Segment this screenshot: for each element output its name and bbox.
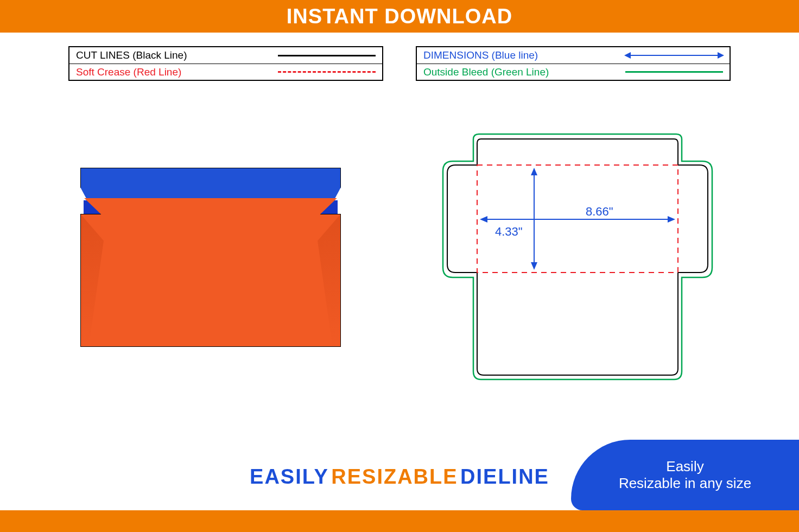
envelope-top-edge-icon xyxy=(80,198,341,214)
sample-cut-icon xyxy=(278,50,376,61)
legend-box-left: CUT LINES (Black Line) Soft Crease (Red … xyxy=(68,46,383,81)
svg-marker-6 xyxy=(668,216,675,223)
legend-bleed: Outside Bleed (Green Line) xyxy=(417,64,730,80)
swoosh-line1: Easily xyxy=(666,458,703,475)
legend-label: Outside Bleed (Green Line) xyxy=(423,66,625,78)
dim-width-label: 8.66" xyxy=(586,205,613,219)
swoosh-line2: Resizable in any size xyxy=(619,475,751,492)
legend-dimensions: DIMENSIONS (Blue line) xyxy=(417,47,730,64)
legend-cut-lines: CUT LINES (Black Line) xyxy=(69,47,382,64)
envelope-fold-right-icon xyxy=(318,214,340,346)
legend-label: DIMENSIONS (Blue line) xyxy=(423,49,625,61)
banner-title: INSTANT DOWNLOAD xyxy=(287,5,512,28)
footer-easily: EASILY xyxy=(250,465,329,488)
dieline-svg-icon xyxy=(436,130,719,385)
swoosh-badge: Easily Resizable in any size xyxy=(571,440,799,510)
dieline-template: 4.33" 8.66" xyxy=(436,130,719,385)
main-content: 4.33" 8.66" xyxy=(0,130,799,385)
legend-container: CUT LINES (Black Line) Soft Crease (Red … xyxy=(0,46,799,81)
sample-bleed-icon xyxy=(625,67,723,78)
envelope-body-icon xyxy=(80,214,341,347)
footer-resizable: RESIZABLE xyxy=(331,465,458,488)
legend-label: Soft Crease (Red Line) xyxy=(76,66,278,78)
bottom-bar xyxy=(0,510,799,532)
envelope-fold-left-icon xyxy=(81,214,104,346)
sample-dimension-icon xyxy=(625,50,723,61)
top-banner: INSTANT DOWNLOAD xyxy=(0,0,799,33)
legend-label: CUT LINES (Black Line) xyxy=(76,49,278,61)
svg-marker-2 xyxy=(531,168,537,175)
dim-height-label: 4.33" xyxy=(495,225,523,239)
envelope-3d-preview xyxy=(80,168,341,347)
legend-box-right: DIMENSIONS (Blue line) Outside Bleed (Gr… xyxy=(416,46,731,81)
svg-marker-3 xyxy=(531,262,537,270)
svg-marker-5 xyxy=(480,216,487,223)
sample-crease-icon xyxy=(278,67,376,78)
footer-dieline: DIELINE xyxy=(460,465,549,488)
legend-soft-crease: Soft Crease (Red Line) xyxy=(69,64,382,80)
